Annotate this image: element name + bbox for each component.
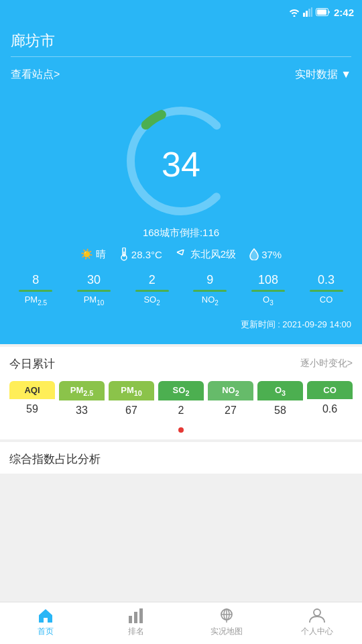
- status-time: 2:42: [334, 7, 354, 18]
- daily-card-o3: O3 58: [257, 381, 303, 421]
- card-value-so2: 2: [158, 400, 204, 421]
- card-value-no2: 27: [208, 400, 253, 421]
- battery-icon: [316, 8, 330, 16]
- city-title: 廊坊市: [11, 31, 351, 51]
- signal-icon: [303, 7, 312, 17]
- daily-card-no2: NO2 27: [208, 381, 253, 421]
- pagination: [9, 427, 353, 433]
- svg-rect-3: [308, 9, 310, 17]
- pollutant-co: 0.3 CO: [306, 273, 347, 307]
- svg-rect-11: [123, 252, 125, 257]
- card-value-aqi: 59: [9, 399, 55, 419]
- status-bar: 2:42: [0, 0, 362, 24]
- weather-row: ☀️ 晴 28.3°C 东北风2级 37%: [80, 248, 282, 261]
- svg-rect-1: [303, 13, 305, 17]
- sub-header: 查看站点> 实时数据 ▼: [0, 62, 362, 87]
- pagination-dot: [178, 427, 184, 433]
- rank-icon: [127, 608, 145, 624]
- pollutant-o3: 108 O3: [248, 273, 288, 307]
- weather-temperature: 28.3°C: [119, 248, 162, 261]
- pm10-bar: [77, 290, 111, 292]
- aqi-value: 34: [162, 144, 200, 184]
- svg-rect-13: [134, 612, 137, 623]
- nav-home-label: 首页: [38, 626, 54, 637]
- nav-map-label: 实况地图: [210, 626, 243, 637]
- o3-bar: [251, 290, 285, 292]
- pollutants-row: 8 PM2.5 30 PM10 2 SO2 9 NO2 108 O3 0.3 C…: [0, 266, 362, 307]
- svg-point-0: [293, 15, 295, 17]
- nav-rank[interactable]: 排名: [109, 608, 163, 637]
- home-icon: [37, 608, 54, 624]
- daily-card-pm25: PM2.5 33: [59, 381, 105, 421]
- co-bar: [310, 290, 343, 292]
- nav-map[interactable]: 实况地图: [200, 608, 253, 637]
- pollutant-pm10: 30 PM10: [74, 273, 114, 307]
- drop-icon: [249, 248, 259, 260]
- nav-profile[interactable]: 个人中心: [290, 608, 344, 637]
- profile-icon: [308, 608, 326, 624]
- pollutant-pm25: 8 PM2.5: [15, 273, 56, 307]
- thermometer-icon: [119, 248, 129, 261]
- card-label-o3: O3: [257, 381, 303, 401]
- svg-rect-4: [311, 7, 312, 17]
- svg-rect-6: [317, 9, 326, 15]
- daily-card-aqi: AQI 59: [9, 381, 55, 421]
- wifi-icon: [289, 7, 300, 17]
- weather-condition: ☀️ 晴: [80, 248, 106, 261]
- card-label-pm25: PM2.5: [59, 381, 105, 401]
- card-label-no2: NO2: [208, 381, 253, 401]
- data-mode[interactable]: 实时数据 ▼: [295, 68, 351, 82]
- update-time: 更新时间 : 2021-09-29 14:00: [0, 313, 362, 331]
- status-icons: 2:42: [289, 7, 354, 18]
- main-aqi-section: 34 168城市倒排:116 ☀️ 晴 28.3°C 东北风2级: [0, 87, 362, 344]
- card-label-so2: SO2: [158, 381, 204, 401]
- weather-humidity: 37%: [249, 248, 282, 260]
- daily-header: 今日累计 逐小时变化>: [9, 356, 353, 372]
- nav-home[interactable]: 首页: [19, 608, 72, 637]
- city-rank: 168城市倒排:116: [143, 227, 219, 239]
- daily-section: 今日累计 逐小时变化> AQI 59 PM2.5 33 PM10 67 SO2 …: [0, 347, 362, 440]
- hourly-change-link[interactable]: 逐小时变化>: [300, 358, 353, 370]
- station-link[interactable]: 查看站点>: [11, 68, 60, 82]
- card-value-co: 0.6: [307, 399, 353, 419]
- nav-rank-label: 排名: [128, 626, 144, 637]
- analysis-title: 综合指数占比分析: [9, 453, 101, 466]
- daily-card-so2: SO2 2: [158, 381, 204, 421]
- nav-profile-label: 个人中心: [301, 626, 333, 637]
- header: 廊坊市: [0, 24, 362, 62]
- svg-rect-2: [306, 11, 308, 17]
- daily-card-pm10: PM10 67: [109, 381, 154, 421]
- pollutant-no2: 9 NO2: [190, 273, 230, 307]
- daily-card-co: CO 0.6: [307, 381, 353, 421]
- bottom-nav: 首页 排名 实况地图 个人中心: [0, 602, 362, 644]
- daily-cards: AQI 59 PM2.5 33 PM10 67 SO2 2 NO2 27 O3 …: [9, 381, 353, 421]
- card-label-pm10: PM10: [109, 381, 154, 401]
- so2-bar: [135, 290, 169, 292]
- daily-title: 今日累计: [9, 356, 55, 372]
- no2-bar: [193, 290, 227, 292]
- card-value-pm25: 33: [59, 400, 105, 421]
- card-value-o3: 58: [257, 400, 303, 421]
- pollutant-so2: 2 SO2: [132, 273, 172, 307]
- svg-rect-12: [129, 616, 132, 623]
- card-label-co: CO: [307, 381, 353, 399]
- analysis-section: 综合指数占比分析: [0, 442, 362, 474]
- map-icon: [218, 608, 235, 624]
- card-label-aqi: AQI: [9, 381, 55, 399]
- svg-point-19: [314, 609, 320, 616]
- wind-icon: [176, 250, 188, 259]
- aqi-gauge: 34: [114, 101, 248, 221]
- pm25-bar: [19, 290, 52, 292]
- svg-rect-14: [139, 608, 143, 623]
- weather-wind: 东北风2级: [176, 248, 236, 261]
- card-value-pm10: 67: [109, 400, 154, 421]
